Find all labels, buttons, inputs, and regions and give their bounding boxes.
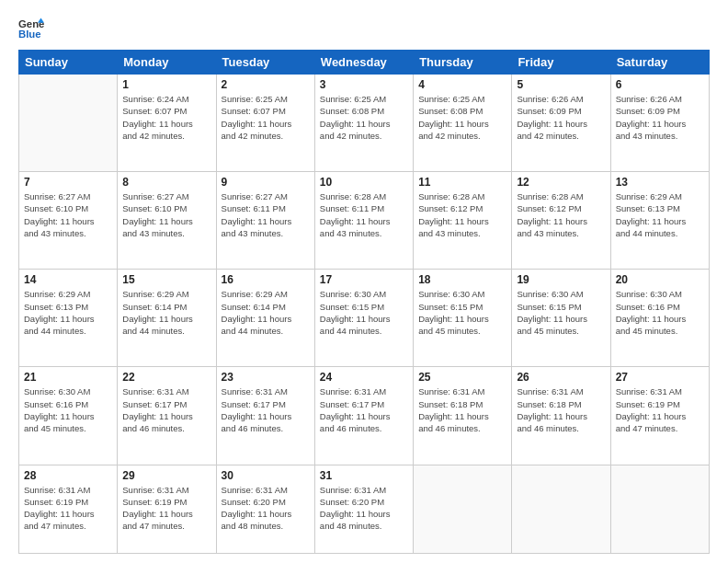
calendar-cell: 21Sunrise: 6:30 AMSunset: 6:16 PMDayligh… [19,367,118,465]
day-info: Sunrise: 6:27 AMSunset: 6:11 PMDaylight:… [222,190,310,239]
weekday-header-friday: Friday [512,51,610,75]
day-info: Sunrise: 6:31 AMSunset: 6:19 PMDaylight:… [122,484,210,533]
day-number: 8 [122,176,210,189]
calendar-cell: 8Sunrise: 6:27 AMSunset: 6:10 PMDaylight… [118,172,216,270]
calendar-cell: 18Sunrise: 6:30 AMSunset: 6:15 PMDayligh… [414,270,512,367]
calendar-cell [19,75,118,172]
day-number: 11 [418,176,506,189]
header: General Blue [18,15,710,40]
weekday-header-thursday: Thursday [414,51,512,75]
calendar-cell: 27Sunrise: 6:31 AMSunset: 6:19 PMDayligh… [610,367,709,465]
day-number: 15 [122,273,210,286]
calendar-cell: 24Sunrise: 6:31 AMSunset: 6:17 PMDayligh… [314,367,413,465]
calendar-cell: 16Sunrise: 6:29 AMSunset: 6:14 PMDayligh… [216,270,314,367]
calendar-cell: 9Sunrise: 6:27 AMSunset: 6:11 PMDaylight… [216,172,314,270]
day-info: Sunrise: 6:27 AMSunset: 6:10 PMDaylight:… [24,190,112,239]
calendar-cell: 20Sunrise: 6:30 AMSunset: 6:16 PMDayligh… [610,270,709,367]
calendar-cell: 14Sunrise: 6:29 AMSunset: 6:13 PMDayligh… [19,270,118,367]
calendar-cell: 3Sunrise: 6:25 AMSunset: 6:08 PMDaylight… [314,75,413,172]
day-number: 7 [24,176,112,189]
day-number: 28 [24,469,112,482]
calendar-week-row: 14Sunrise: 6:29 AMSunset: 6:13 PMDayligh… [19,270,710,367]
day-number: 20 [616,273,704,286]
day-info: Sunrise: 6:30 AMSunset: 6:15 PMDaylight:… [320,288,408,337]
weekday-header-sunday: Sunday [19,51,118,75]
day-info: Sunrise: 6:27 AMSunset: 6:10 PMDaylight:… [122,190,210,239]
day-info: Sunrise: 6:31 AMSunset: 6:17 PMDaylight:… [122,385,210,434]
calendar-cell: 10Sunrise: 6:28 AMSunset: 6:11 PMDayligh… [314,172,413,270]
calendar-cell: 31Sunrise: 6:31 AMSunset: 6:20 PMDayligh… [314,465,413,554]
weekday-header-wednesday: Wednesday [314,51,413,75]
day-info: Sunrise: 6:26 AMSunset: 6:09 PMDaylight:… [616,93,704,142]
day-info: Sunrise: 6:30 AMSunset: 6:16 PMDaylight:… [616,288,704,337]
day-info: Sunrise: 6:30 AMSunset: 6:15 PMDaylight:… [418,288,506,337]
calendar-week-row: 7Sunrise: 6:27 AMSunset: 6:10 PMDaylight… [19,172,710,270]
day-number: 21 [24,371,112,384]
day-number: 9 [222,176,310,189]
calendar-cell: 23Sunrise: 6:31 AMSunset: 6:17 PMDayligh… [216,367,314,465]
day-info: Sunrise: 6:29 AMSunset: 6:14 PMDaylight:… [122,288,210,337]
calendar-cell: 5Sunrise: 6:26 AMSunset: 6:09 PMDaylight… [512,75,610,172]
calendar-cell: 13Sunrise: 6:29 AMSunset: 6:13 PMDayligh… [610,172,709,270]
calendar-cell: 28Sunrise: 6:31 AMSunset: 6:19 PMDayligh… [19,465,118,554]
day-info: Sunrise: 6:24 AMSunset: 6:07 PMDaylight:… [122,93,210,142]
day-number: 10 [320,176,408,189]
day-info: Sunrise: 6:31 AMSunset: 6:20 PMDaylight:… [222,484,310,533]
day-number: 26 [517,371,605,384]
day-info: Sunrise: 6:29 AMSunset: 6:14 PMDaylight:… [222,288,310,337]
day-info: Sunrise: 6:31 AMSunset: 6:19 PMDaylight:… [24,484,112,533]
generalblue-icon: General Blue [18,15,44,40]
day-number: 6 [616,78,704,91]
calendar-cell: 29Sunrise: 6:31 AMSunset: 6:19 PMDayligh… [118,465,216,554]
day-info: Sunrise: 6:31 AMSunset: 6:17 PMDaylight:… [320,385,408,434]
weekday-header-tuesday: Tuesday [216,51,314,75]
calendar-cell: 19Sunrise: 6:30 AMSunset: 6:15 PMDayligh… [512,270,610,367]
svg-text:Blue: Blue [18,29,41,40]
day-info: Sunrise: 6:28 AMSunset: 6:12 PMDaylight:… [517,190,605,239]
day-info: Sunrise: 6:25 AMSunset: 6:07 PMDaylight:… [222,93,310,142]
day-number: 16 [222,273,310,286]
day-number: 24 [320,371,408,384]
day-info: Sunrise: 6:30 AMSunset: 6:16 PMDaylight:… [24,385,112,434]
logo: General Blue [18,15,48,40]
calendar-cell: 2Sunrise: 6:25 AMSunset: 6:07 PMDaylight… [216,75,314,172]
calendar-cell: 6Sunrise: 6:26 AMSunset: 6:09 PMDaylight… [610,75,709,172]
day-number: 22 [122,371,210,384]
day-info: Sunrise: 6:29 AMSunset: 6:13 PMDaylight:… [24,288,112,337]
calendar-week-row: 28Sunrise: 6:31 AMSunset: 6:19 PMDayligh… [19,465,710,554]
calendar-cell: 11Sunrise: 6:28 AMSunset: 6:12 PMDayligh… [414,172,512,270]
day-info: Sunrise: 6:28 AMSunset: 6:12 PMDaylight:… [418,190,506,239]
day-info: Sunrise: 6:31 AMSunset: 6:19 PMDaylight:… [616,385,704,434]
day-number: 1 [122,78,210,91]
day-number: 12 [517,176,605,189]
calendar-cell: 12Sunrise: 6:28 AMSunset: 6:12 PMDayligh… [512,172,610,270]
day-number: 29 [122,469,210,482]
calendar-cell: 25Sunrise: 6:31 AMSunset: 6:18 PMDayligh… [414,367,512,465]
calendar-cell: 17Sunrise: 6:30 AMSunset: 6:15 PMDayligh… [314,270,413,367]
day-number: 31 [320,469,408,482]
day-number: 18 [418,273,506,286]
day-number: 5 [517,78,605,91]
calendar-cell [610,465,709,554]
calendar-cell: 7Sunrise: 6:27 AMSunset: 6:10 PMDaylight… [19,172,118,270]
weekday-header-monday: Monday [118,51,216,75]
calendar-table: SundayMondayTuesdayWednesdayThursdayFrid… [18,50,710,554]
day-info: Sunrise: 6:28 AMSunset: 6:11 PMDaylight:… [320,190,408,239]
calendar-cell: 26Sunrise: 6:31 AMSunset: 6:18 PMDayligh… [512,367,610,465]
calendar-cell: 1Sunrise: 6:24 AMSunset: 6:07 PMDaylight… [118,75,216,172]
day-info: Sunrise: 6:30 AMSunset: 6:15 PMDaylight:… [517,288,605,337]
day-info: Sunrise: 6:26 AMSunset: 6:09 PMDaylight:… [517,93,605,142]
day-info: Sunrise: 6:25 AMSunset: 6:08 PMDaylight:… [418,93,506,142]
calendar-header-row: SundayMondayTuesdayWednesdayThursdayFrid… [19,51,710,75]
calendar-cell: 22Sunrise: 6:31 AMSunset: 6:17 PMDayligh… [118,367,216,465]
calendar-cell [512,465,610,554]
calendar-cell [414,465,512,554]
weekday-header-saturday: Saturday [610,51,709,75]
day-number: 2 [222,78,310,91]
day-number: 30 [222,469,310,482]
day-info: Sunrise: 6:25 AMSunset: 6:08 PMDaylight:… [320,93,408,142]
day-number: 17 [320,273,408,286]
day-number: 25 [418,371,506,384]
day-number: 4 [418,78,506,91]
calendar-cell: 4Sunrise: 6:25 AMSunset: 6:08 PMDaylight… [414,75,512,172]
